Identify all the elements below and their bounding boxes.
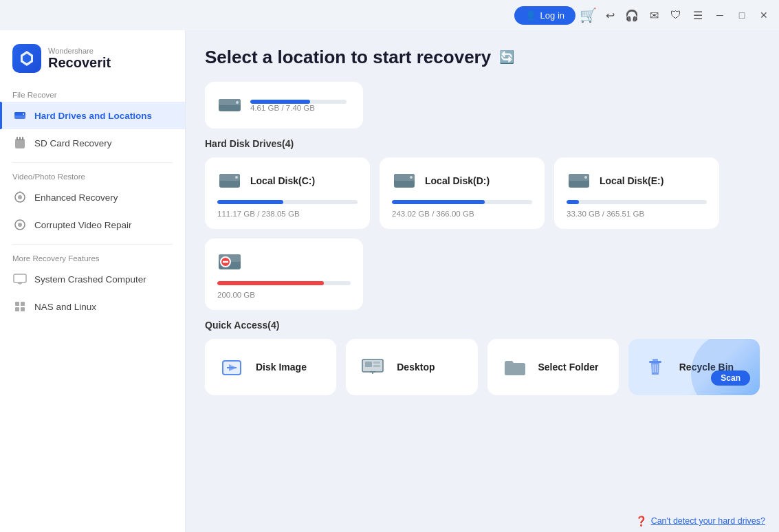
svg-rect-16 — [21, 302, 25, 306]
card-e-top: Local Disk(E:) — [567, 168, 707, 193]
sidebar-item-corrupted-video[interactable]: Corrupted Video Repair — [0, 211, 185, 239]
user-icon: 👤 — [525, 10, 536, 21]
title-bar: 👤 Log in 🛒 ↩ 🎧 ✉ 🛡 ☰ ─ □ ✕ — [0, 0, 779, 30]
corrupted-video-icon — [12, 217, 28, 232]
quick-access-row: Disk Image — [205, 339, 760, 395]
logo-area: Wondershare Recoverit — [0, 38, 185, 87]
card-d-label: Local Disk(D:) — [425, 175, 490, 186]
hard-disk-section-title: Hard Disk Drives(4) — [205, 138, 760, 149]
svg-point-8 — [18, 195, 22, 199]
svg-rect-6 — [22, 137, 23, 140]
top-card-info: 4.61 GB / 7.40 GB — [217, 93, 351, 118]
card-c-fill — [217, 200, 283, 204]
unknown-size: 200.00 GB — [217, 291, 351, 299]
sidebar-item-system-crashed[interactable]: System Crashed Computer — [0, 265, 185, 293]
top-drive-card[interactable]: 4.61 GB / 7.40 GB — [205, 82, 363, 129]
disk-e-icon — [567, 168, 591, 193]
desktop-icon — [358, 353, 387, 381]
nas-linux-icon — [12, 299, 28, 314]
folder-icon — [500, 353, 529, 381]
recycle-bg-decoration — [691, 339, 760, 395]
qa-recycle-bin[interactable]: Recycle Bin Scan — [628, 339, 760, 395]
sidebar-item-hard-drives[interactable]: Hard Drives and Locations — [0, 102, 185, 129]
support-icon[interactable]: 🎧 — [622, 5, 641, 25]
drive-card-e[interactable]: Local Disk(E:) 33.30 GB / 365.51 GB — [554, 157, 719, 229]
corrupted-video-label: Corrupted Video Repair — [34, 220, 132, 230]
maximize-button[interactable]: □ — [732, 5, 751, 25]
sidebar-item-enhanced-recovery[interactable]: Enhanced Recovery — [0, 184, 185, 211]
svg-rect-17 — [15, 307, 19, 311]
svg-rect-15 — [15, 302, 19, 306]
drive-card-d[interactable]: Local Disk(D:) 243.02 GB / 366.00 GB — [380, 157, 545, 229]
bottom-bar: ❓ Can't detect your hard drives? — [622, 510, 779, 532]
card-c-sub: 111.17 GB / 238.05 GB — [217, 210, 358, 218]
top-card-label-area: 4.61 GB / 7.40 GB — [250, 98, 347, 112]
menu-icon[interactable]: ☰ — [688, 5, 707, 25]
cart-icon[interactable]: 🛒 — [578, 5, 597, 25]
svg-point-30 — [584, 176, 587, 179]
svg-rect-12 — [14, 274, 26, 282]
divider-2 — [12, 244, 173, 245]
card-e-label: Local Disk(E:) — [600, 175, 663, 186]
qa-disk-image[interactable]: Disk Image — [205, 339, 336, 395]
divider-1 — [12, 162, 173, 163]
disk-c-icon — [217, 168, 242, 193]
question-icon: ❓ — [635, 516, 647, 527]
hard-drives-icon — [12, 108, 28, 123]
card-c-progress — [217, 200, 358, 204]
svg-point-27 — [410, 176, 413, 179]
card-e-progress — [567, 200, 707, 204]
refresh-icon[interactable]: 🔄 — [499, 49, 516, 66]
drive-card-c[interactable]: Local Disk(C:) 111.17 GB / 238.05 GB — [205, 157, 370, 229]
scan-badge[interactable]: Scan — [711, 370, 750, 386]
cant-detect-link[interactable]: Can't detect your hard drives? — [651, 516, 765, 526]
svg-rect-42 — [373, 362, 380, 364]
minimize-button[interactable]: ─ — [710, 5, 729, 25]
login-button[interactable]: 👤 Log in — [514, 6, 575, 25]
mail-icon[interactable]: ✉ — [644, 5, 663, 25]
sidebar-item-nas-linux[interactable]: NAS and Linux — [0, 293, 185, 320]
hard-drives-label: Hard Drives and Locations — [34, 111, 152, 121]
svg-rect-41 — [365, 362, 372, 367]
unknown-fill — [217, 281, 324, 285]
shield-icon[interactable]: 🛡 — [666, 5, 685, 25]
qa-select-folder[interactable]: Select Folder — [487, 339, 619, 395]
unknown-card-top — [217, 250, 351, 274]
card-d-fill — [392, 200, 485, 204]
qa-desktop[interactable]: Desktop — [346, 339, 477, 395]
unknown-disk-row: 200.00 GB — [205, 239, 760, 310]
nas-linux-label: NAS and Linux — [34, 302, 96, 312]
sd-card-icon — [12, 135, 28, 151]
history-icon[interactable]: ↩ — [600, 5, 619, 25]
disk-image-icon — [217, 353, 246, 381]
select-folder-label: Select Folder — [538, 362, 599, 373]
sd-card-label: SD Card Recovery — [34, 138, 112, 148]
sidebar-item-sd-card[interactable]: SD Card Recovery — [0, 129, 185, 157]
recycle-bin-icon — [641, 353, 670, 381]
svg-point-21 — [236, 101, 239, 104]
logo-text: Wondershare Recoverit — [48, 47, 111, 71]
card-d-progress — [392, 200, 532, 204]
svg-rect-47 — [652, 359, 658, 362]
drive-card-unknown[interactable]: 200.00 GB — [205, 239, 363, 310]
card-d-top: Local Disk(D:) — [392, 168, 532, 193]
app-logo — [12, 44, 41, 73]
card-e-fill — [567, 200, 579, 204]
top-card-sub: 4.61 GB / 7.40 GB — [250, 104, 347, 112]
main-wrapper: Select a location to start recovery 🔄 — [186, 30, 779, 532]
desktop-label: Desktop — [397, 362, 435, 373]
logo-brand: Wondershare — [48, 47, 111, 55]
top-disk-icon — [217, 93, 242, 118]
svg-rect-18 — [21, 307, 25, 311]
svg-rect-5 — [19, 137, 21, 140]
disk-d-icon — [392, 168, 417, 193]
close-button[interactable]: ✕ — [754, 5, 773, 25]
system-crashed-icon — [12, 271, 28, 287]
logo-product: Recoverit — [48, 55, 111, 71]
quick-access-section-title: Quick Access(4) — [205, 320, 760, 331]
card-d-sub: 243.02 GB / 366.00 GB — [392, 210, 532, 218]
svg-point-2 — [23, 113, 24, 115]
system-crashed-label: System Crashed Computer — [34, 274, 146, 285]
hard-disk-cards-row: Local Disk(C:) 111.17 GB / 238.05 GB — [205, 157, 760, 229]
section-label-more-features: More Recovery Features — [0, 250, 185, 265]
